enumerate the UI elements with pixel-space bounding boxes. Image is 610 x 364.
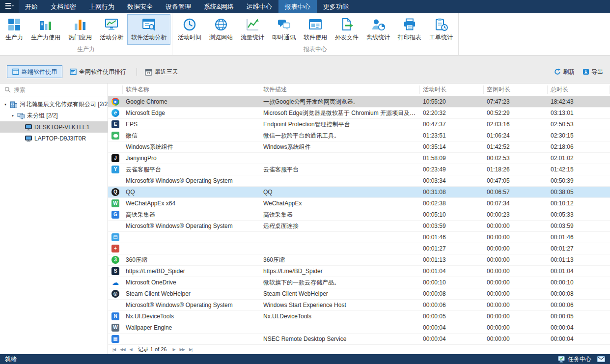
table-row[interactable]: +00:01:2700:00:0000:01:27 — [108, 243, 610, 254]
export-label: 导出 — [591, 68, 603, 76]
first-page-button[interactable]: |◀ — [112, 347, 116, 352]
column-header-icon — [108, 85, 123, 94]
software-usage-panel: 软件名称软件描述活动时长空闲时长总时长 Google Chrome一款Googl… — [108, 84, 610, 354]
expander-icon[interactable]: ▼ — [3, 103, 8, 106]
main-menu-button[interactable] — [0, 0, 19, 13]
tab-2[interactable]: 全网软件使用排行 — [64, 65, 132, 78]
tree-node-2[interactable]: ▼未分组 [2/2] — [0, 110, 108, 121]
menu-item-2[interactable]: 文档加密 — [44, 0, 83, 13]
ribbon-item-clock[interactable]: 活动时间 — [174, 14, 205, 45]
group-icon — [17, 112, 25, 120]
last-page-button[interactable]: ▶| — [189, 347, 193, 352]
ribbon-item-im[interactable]: 即时通讯 — [268, 14, 300, 45]
column-header-5[interactable]: 总时长 — [548, 85, 610, 94]
ribbon-item-workorder[interactable]: 工单统计 — [425, 14, 457, 45]
cell-desc: QQ — [260, 189, 420, 196]
cell-total_time: 00:00:06 — [548, 302, 610, 308]
ribbon-item-printer[interactable]: 打印报表 — [394, 14, 425, 45]
table-grid-icon — [12, 68, 19, 75]
next-page-button[interactable]: ▶ — [172, 347, 175, 352]
table-row[interactable]: ▦NSEC Remote Desktop Service00:00:0400:0… — [108, 334, 610, 344]
table-row[interactable]: ◎Steam Client WebHelperSteam Client WebH… — [108, 288, 610, 300]
table-row[interactable]: Microsoft® Windows® Operating SystemWind… — [108, 300, 610, 311]
column-header-3[interactable]: 活动时长 — [420, 85, 484, 94]
cell-desc: WeChatAppEx — [260, 200, 420, 207]
ribbon-item-software[interactable]: 软件使用 — [300, 14, 331, 45]
cell-desc: 高铁采集器 — [260, 211, 420, 219]
table-row[interactable]: NNx.UI.DeviceToolsNx.UI.DeviceTools00:00… — [108, 311, 610, 322]
table-row[interactable]: ▤00:01:4600:00:0000:01:46 — [108, 232, 610, 243]
table-row[interactable]: QQQQQ00:31:0800:06:5700:38:05 — [108, 187, 610, 198]
cell-idle_time: 00:02:53 — [484, 155, 548, 162]
cell-total_time: 00:38:05 — [548, 189, 610, 196]
tree-node-3[interactable]: DESKTOP-VLKTLE1 — [0, 121, 108, 133]
table-row[interactable]: Shttps://t.me/BD_Spiderhttps://t.me/BD_S… — [108, 266, 610, 277]
cell-total_time: 00:03:59 — [548, 223, 610, 229]
table-row[interactable]: 微信微信一款跨平台的通讯工具。01:23:5101:06:2402:30:15 — [108, 130, 610, 141]
table-row[interactable]: ☁Microsoft OneDrive微软旗下的一款云存储产品。00:00:10… — [108, 277, 610, 288]
printer-icon — [402, 17, 417, 32]
cell-active_time: 00:01:27 — [420, 245, 484, 252]
wechatappex-app-icon: W — [111, 199, 119, 207]
table-row[interactable]: 3360压缩360压缩00:01:1300:00:0000:01:13 — [108, 254, 610, 266]
prev-page-button[interactable]: ◀ — [129, 347, 133, 352]
menu-item-3[interactable]: 上网行为 — [83, 0, 121, 13]
message-icon[interactable] — [597, 356, 605, 362]
ribbon-item-analysis[interactable]: 活动分析 — [96, 14, 127, 45]
table-row[interactable]: eMicrosoft EdgeMicrosoft Edge浏览器是微软基于 Ch… — [108, 108, 610, 119]
date-range-filter[interactable]: 23 最近三天 — [142, 68, 181, 76]
tree-node-4[interactable]: LAPTOP-D9J3IT0R — [0, 133, 108, 144]
column-header-2[interactable]: 软件描述 — [260, 85, 420, 94]
table-row[interactable]: Windows系统组件Windows系统组件00:35:1401:42:5202… — [108, 141, 610, 153]
table-row[interactable]: Y云雀客服平台云雀客服平台00:23:4901:18:2601:42:15 — [108, 164, 610, 175]
ribbon-item-hotapp[interactable]: 热门应用 — [64, 14, 96, 45]
fast-prev-button[interactable]: ◀◀ — [119, 347, 125, 352]
task-center-button[interactable]: 任务中心 — [568, 355, 591, 364]
application-window: 开始文档加密上网行为数据安全设备管理系统&网络运维中心报表中心更多功能 生产力生… — [0, 0, 610, 364]
fast-next-button[interactable]: ▶▶ — [179, 347, 185, 352]
table-row[interactable]: WWallpaper Engine00:00:0400:00:0000:00:0… — [108, 322, 610, 334]
table-row[interactable]: Google Chrome一款Google公司开发的网页浏览器。10:55:20… — [108, 96, 610, 108]
ribbon-item-grid[interactable]: 生产力 — [1, 14, 27, 45]
cell-desc: Nx.UI.DeviceTools — [260, 313, 420, 320]
ribbon-toolbar: 生产力生产力使用热门应用活动分析软件活动分析生产力活动时间浏览网站流量统计即时通… — [0, 13, 610, 56]
cell-idle_time: 00:06:57 — [484, 189, 548, 196]
menu-item-1[interactable]: 开始 — [19, 0, 44, 13]
search-input[interactable] — [14, 86, 103, 93]
refresh-button[interactable]: 刷新 — [554, 68, 575, 76]
menu-item-8[interactable]: 报表中心 — [278, 0, 317, 13]
ribbon-item-globe[interactable]: 浏览网站 — [205, 14, 237, 45]
ribbon-item-outfile[interactable]: 外发文件 — [331, 14, 362, 45]
ribbon-item-softanalysis[interactable]: 软件活动分析 — [127, 14, 170, 45]
cell-name: Microsoft® Windows® Operating System — [123, 177, 260, 184]
cell-name: Microsoft® Windows® Operating System — [123, 223, 260, 229]
table-row[interactable]: JJianyingPro01:58:0900:02:5302:01:02 — [108, 153, 610, 164]
table-row[interactable]: Microsoft® Windows® Operating System远程桌面… — [108, 221, 610, 232]
menu-item-7[interactable]: 运维中心 — [240, 0, 278, 13]
menu-item-9[interactable]: 更多功能 — [317, 0, 355, 13]
menu-item-6[interactable]: 系统&网络 — [197, 0, 240, 13]
cell-desc: 微信一款跨平台的通讯工具。 — [260, 132, 420, 140]
table-row[interactable]: EEPSEndpoint Protection管理控制平台00:47:3702:… — [108, 119, 610, 130]
column-header-4[interactable]: 空闲时长 — [484, 85, 548, 94]
tree-node-1[interactable]: ▼河北瀚星辰文化传媒有限公司 [2/2] — [0, 99, 108, 110]
ribbon-item-offline[interactable]: 离线统计 — [362, 14, 394, 45]
cell-total_time: 00:05:33 — [548, 211, 610, 218]
cell-name: 微信 — [123, 132, 260, 140]
cell-idle_time: 00:07:34 — [484, 200, 548, 207]
table-row[interactable]: Microsoft® Windows® Operating System00:0… — [108, 175, 610, 187]
expander-icon[interactable]: ▼ — [10, 114, 15, 117]
menu-item-4[interactable]: 数据安全 — [121, 0, 159, 13]
cell-active_time: 00:01:13 — [420, 256, 484, 263]
menu-item-5[interactable]: 设备管理 — [159, 0, 197, 13]
table-row[interactable]: WWeChatAppEx x64WeChatAppEx00:02:3800:07… — [108, 198, 610, 209]
cell-total_time: 00:01:46 — [548, 234, 610, 241]
ribbon-item-usage[interactable]: 生产力使用 — [27, 14, 64, 45]
task-center-icon — [558, 356, 565, 363]
column-header-1[interactable]: 软件名称 — [123, 85, 260, 94]
export-button[interactable]: 导出 — [582, 68, 603, 76]
tab-1[interactable]: 终端软件使用 — [7, 65, 62, 78]
table-row[interactable]: G高铁采集器高铁采集器00:05:1000:00:2300:05:33 — [108, 209, 610, 221]
cell-total_time: 01:42:15 — [548, 166, 610, 173]
ribbon-item-traffic[interactable]: 流量统计 — [237, 14, 268, 45]
